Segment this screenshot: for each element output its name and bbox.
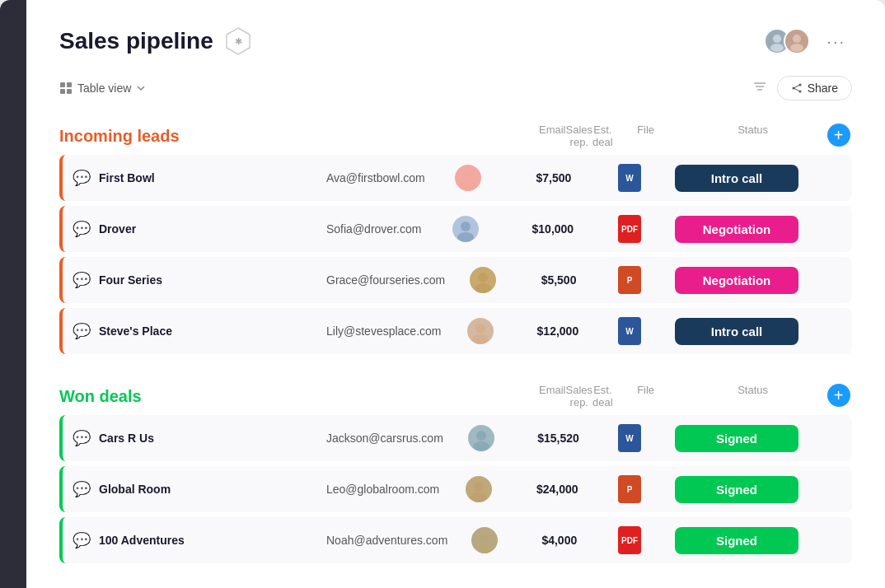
won-deals-actions: Email Sales rep. Est. deal File Status + bbox=[275, 384, 852, 408]
svg-line-16 bbox=[794, 85, 800, 88]
app-window: Sales pipeline ✱ bbox=[0, 0, 885, 588]
won-deals-title: Won deals bbox=[59, 387, 142, 406]
filter-button[interactable] bbox=[752, 79, 767, 98]
share-icon bbox=[791, 82, 803, 94]
row-est-deal: $15,520 bbox=[520, 432, 597, 445]
col-rep-header: Sales rep. bbox=[566, 124, 593, 148]
status-badge[interactable]: Negotiation bbox=[675, 267, 798, 294]
svg-point-28 bbox=[474, 482, 484, 492]
rep-avatar bbox=[467, 318, 494, 344]
status-badge[interactable]: Signed bbox=[675, 527, 798, 554]
status-badge[interactable]: Signed bbox=[675, 476, 798, 503]
col-status-won-header: Status bbox=[679, 384, 827, 408]
row-email: Leo@globalroom.com bbox=[326, 483, 439, 496]
row-est-deal: $24,000 bbox=[518, 483, 597, 496]
col-file-header: File bbox=[613, 124, 679, 148]
hex-icon: ✱ bbox=[223, 26, 253, 56]
chat-icon: 💬 bbox=[73, 429, 91, 447]
row-file: PDF bbox=[597, 215, 663, 243]
status-badge[interactable]: Negotiation bbox=[675, 216, 798, 243]
chat-icon: 💬 bbox=[73, 220, 91, 238]
row-status: Signed bbox=[663, 527, 811, 554]
file-badge[interactable]: W bbox=[618, 317, 641, 345]
chat-icon: 💬 bbox=[73, 322, 91, 340]
row-email: Sofia@drover.com bbox=[326, 222, 421, 236]
row-file: W bbox=[597, 424, 663, 452]
status-badge[interactable]: Intro call bbox=[675, 318, 798, 345]
avatar-2 bbox=[784, 28, 810, 54]
svg-point-18 bbox=[463, 170, 473, 180]
won-rows-container: 💬 Cars R Us Jackson@carsrus.com $15,520 … bbox=[59, 415, 852, 563]
table-icon bbox=[59, 82, 73, 95]
file-badge[interactable]: P bbox=[618, 266, 641, 294]
svg-point-22 bbox=[478, 273, 488, 282]
row-email: Ava@firstbowl.com bbox=[326, 171, 425, 184]
filter-share-group: Share bbox=[752, 76, 852, 100]
svg-point-3 bbox=[770, 44, 784, 52]
col-file-won-header: File bbox=[613, 384, 679, 408]
svg-point-25 bbox=[472, 334, 489, 344]
file-badge[interactable]: P bbox=[618, 475, 641, 503]
incoming-leads-title: Incoming leads bbox=[59, 127, 180, 146]
won-deals-header: Won deals Email Sales rep. Est. deal Fil… bbox=[59, 384, 852, 408]
col-add-won-header: + bbox=[827, 384, 869, 408]
file-badge[interactable]: W bbox=[618, 424, 641, 452]
svg-point-30 bbox=[480, 533, 489, 543]
chat-icon: 💬 bbox=[73, 271, 91, 289]
table-view-button[interactable]: Table view bbox=[59, 82, 146, 95]
col-add-header: + bbox=[827, 124, 869, 148]
status-badge[interactable]: Intro call bbox=[675, 165, 798, 192]
row-sales-rep bbox=[443, 425, 520, 451]
row-file: P bbox=[597, 266, 663, 294]
won-col-headers: Email Sales rep. Est. deal File Status + bbox=[275, 384, 852, 408]
svg-point-26 bbox=[476, 431, 486, 441]
share-label: Share bbox=[808, 82, 838, 95]
svg-point-23 bbox=[475, 283, 491, 293]
row-company-name: 💬 Four Series bbox=[63, 271, 326, 289]
svg-point-27 bbox=[473, 441, 489, 451]
rep-avatar bbox=[466, 476, 492, 502]
col-email-header: Email bbox=[539, 124, 566, 148]
svg-point-21 bbox=[457, 232, 474, 242]
incoming-rows-container: 💬 First Bowl Ava@firstbowl.com $7,500 W … bbox=[59, 155, 852, 354]
add-won-button[interactable]: + bbox=[827, 384, 850, 407]
more-options-button[interactable]: ··· bbox=[820, 29, 852, 54]
chat-icon: 💬 bbox=[73, 480, 91, 498]
chat-icon: 💬 bbox=[73, 531, 91, 549]
row-status: Intro call bbox=[663, 318, 811, 345]
row-file: PDF bbox=[597, 526, 663, 554]
row-company-name: 💬 Global Room bbox=[63, 480, 326, 498]
page-header: Sales pipeline ✱ bbox=[59, 26, 852, 56]
row-file: W bbox=[597, 164, 663, 192]
file-badge[interactable]: PDF bbox=[618, 526, 641, 554]
table-row: 💬 Cars R Us Jackson@carsrus.com $15,520 … bbox=[59, 415, 852, 461]
rep-avatar bbox=[452, 216, 479, 242]
file-badge[interactable]: W bbox=[618, 164, 641, 192]
svg-line-17 bbox=[794, 88, 800, 91]
rep-avatar bbox=[471, 527, 498, 553]
row-sales-rep bbox=[447, 527, 522, 553]
row-sales-rep bbox=[439, 476, 517, 502]
chat-icon: 💬 bbox=[73, 169, 91, 187]
col-rep-won-header: Sales rep. bbox=[566, 384, 593, 408]
chevron-down-icon bbox=[136, 83, 146, 93]
share-button[interactable]: Share bbox=[777, 76, 852, 100]
table-row: 💬 Steve's Place Lily@stevesplace.com $12… bbox=[59, 308, 852, 354]
col-name-header bbox=[275, 124, 539, 148]
svg-point-2 bbox=[773, 35, 781, 43]
add-incoming-button[interactable]: + bbox=[827, 124, 850, 147]
svg-point-24 bbox=[475, 324, 485, 334]
row-status: Signed bbox=[663, 425, 811, 452]
file-badge[interactable]: PDF bbox=[618, 215, 641, 243]
row-email: Grace@fourseries.com bbox=[326, 273, 445, 287]
svg-point-29 bbox=[471, 492, 487, 502]
status-badge[interactable]: Signed bbox=[675, 425, 798, 452]
row-email: Noah@adventures.com bbox=[326, 534, 447, 547]
incoming-leads-section: Incoming leads Email Sales rep. Est. dea… bbox=[59, 124, 852, 354]
rep-avatar bbox=[455, 165, 481, 191]
table-row: 💬 100 Adventures Noah@adventures.com $4,… bbox=[59, 517, 852, 563]
row-status: Negotiation bbox=[663, 216, 811, 243]
won-deals-section: Won deals Email Sales rep. Est. deal Fil… bbox=[59, 384, 852, 563]
row-company-name: 💬 Cars R Us bbox=[63, 429, 326, 447]
svg-rect-7 bbox=[67, 82, 72, 87]
